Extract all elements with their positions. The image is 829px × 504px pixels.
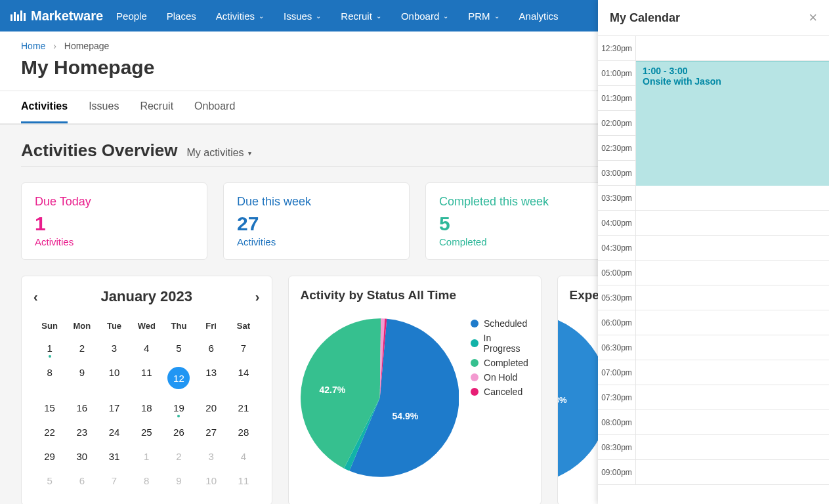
calendar-day[interactable]: 7 bbox=[227, 336, 259, 360]
calendar-day[interactable]: 24 bbox=[98, 420, 130, 444]
legend-swatch bbox=[471, 373, 478, 381]
tab-onboard[interactable]: Onboard bbox=[194, 91, 235, 123]
calendar-day[interactable]: 8 bbox=[33, 360, 66, 396]
time-slot[interactable] bbox=[636, 236, 829, 260]
nav-activities[interactable]: Activities⌄ bbox=[216, 10, 264, 22]
calendar-day[interactable]: 29 bbox=[33, 444, 66, 469]
time-label: 02:00pm bbox=[598, 111, 636, 135]
summary-card[interactable]: Due Today1Activities bbox=[21, 182, 207, 260]
calendar-day[interactable]: 7 bbox=[98, 469, 130, 493]
time-label: 07:30pm bbox=[598, 385, 636, 410]
chevron-down-icon: ⌄ bbox=[443, 12, 448, 20]
calendar-day[interactable]: 25 bbox=[131, 420, 163, 444]
tab-activities[interactable]: Activities bbox=[21, 91, 68, 123]
time-slot[interactable] bbox=[636, 460, 829, 484]
time-row[interactable]: 06:30pm bbox=[598, 335, 829, 360]
time-row[interactable]: 05:00pm bbox=[598, 261, 829, 285]
time-row[interactable]: 03:30pm bbox=[598, 186, 829, 211]
calendar-day[interactable]: 9 bbox=[163, 469, 195, 493]
calendar-day[interactable]: 2 bbox=[66, 336, 98, 360]
calendar-day[interactable]: 28 bbox=[227, 420, 259, 444]
calendar-day[interactable]: 6 bbox=[195, 336, 227, 360]
time-row[interactable]: 08:00pm bbox=[598, 410, 829, 435]
calendar-day[interactable]: 5 bbox=[33, 469, 66, 493]
summary-card[interactable]: Completed this week5Completed bbox=[425, 182, 612, 260]
close-icon[interactable]: × bbox=[809, 9, 817, 26]
calendar-day[interactable]: 9 bbox=[66, 360, 98, 396]
calendar-day[interactable]: 6 bbox=[66, 469, 98, 493]
calendar-day[interactable]: 10 bbox=[195, 469, 227, 493]
calendar-next-button[interactable]: › bbox=[255, 289, 260, 304]
nav-prm[interactable]: PRM⌄ bbox=[468, 10, 499, 22]
breadcrumb-home[interactable]: Home bbox=[21, 41, 45, 51]
time-row[interactable]: 09:00pm bbox=[598, 460, 829, 485]
time-row[interactable]: 12:30pm bbox=[598, 36, 829, 61]
calendar-day[interactable]: 2 bbox=[163, 444, 195, 469]
time-slot[interactable] bbox=[636, 410, 829, 434]
calendar-day[interactable]: 21 bbox=[227, 396, 259, 420]
nav-people[interactable]: People bbox=[116, 10, 147, 22]
calendar-day[interactable]: 16 bbox=[66, 396, 98, 420]
calendar-day[interactable]: 5 bbox=[163, 336, 195, 360]
calendar-day[interactable]: 19 bbox=[163, 396, 195, 420]
calendar-day[interactable]: 14 bbox=[227, 360, 259, 396]
time-slot[interactable] bbox=[636, 385, 829, 410]
calendar-day[interactable]: 27 bbox=[195, 420, 227, 444]
time-row[interactable]: 04:30pm bbox=[598, 236, 829, 261]
tab-issues[interactable]: Issues bbox=[89, 91, 119, 123]
time-slot[interactable] bbox=[636, 435, 829, 459]
time-slot[interactable] bbox=[636, 310, 829, 335]
calendar-day[interactable]: 18 bbox=[131, 396, 163, 420]
calendar-day[interactable]: 13 bbox=[195, 360, 227, 396]
calendar-day[interactable]: 31 bbox=[98, 444, 130, 469]
chevron-down-icon: ⌄ bbox=[376, 12, 381, 20]
time-slot[interactable] bbox=[636, 285, 829, 310]
summary-card[interactable]: Due this week27Activities bbox=[223, 182, 410, 260]
time-slot[interactable] bbox=[636, 186, 829, 210]
calendar-event[interactable]: 1:00 - 3:00Onsite with Jason bbox=[636, 61, 829, 186]
time-slot[interactable] bbox=[636, 211, 829, 235]
time-row[interactable]: 07:30pm bbox=[598, 385, 829, 410]
calendar-day[interactable]: 15 bbox=[33, 396, 66, 420]
calendar-day[interactable]: 4 bbox=[227, 444, 259, 469]
time-row[interactable]: 06:00pm bbox=[598, 310, 829, 335]
nav-places[interactable]: Places bbox=[167, 10, 196, 22]
overview-filter-dropdown[interactable]: My activities ▾ bbox=[186, 147, 251, 159]
time-slot[interactable] bbox=[636, 36, 829, 60]
calendar-day[interactable]: 4 bbox=[131, 336, 163, 360]
calendar-day[interactable]: 10 bbox=[98, 360, 130, 396]
logo-icon bbox=[11, 10, 26, 21]
legend-swatch bbox=[471, 359, 478, 367]
time-slot[interactable] bbox=[636, 261, 829, 285]
nav-onboard[interactable]: Onboard⌄ bbox=[401, 10, 448, 22]
calendar-day[interactable]: 23 bbox=[66, 420, 98, 444]
calendar-day[interactable]: 11 bbox=[131, 360, 163, 396]
time-row[interactable]: 08:30pm bbox=[598, 435, 829, 460]
time-row[interactable]: 07:00pm bbox=[598, 360, 829, 385]
calendar-day[interactable]: 26 bbox=[163, 420, 195, 444]
activity-status-pie: 54.9% 42.7% bbox=[301, 316, 459, 480]
nav-analytics[interactable]: Analytics bbox=[519, 10, 559, 22]
calendar-prev-button[interactable]: ‹ bbox=[33, 289, 38, 304]
time-label: 01:00pm bbox=[598, 61, 636, 85]
time-row[interactable]: 04:00pm bbox=[598, 211, 829, 236]
time-row[interactable]: 05:30pm bbox=[598, 285, 829, 310]
calendar-day[interactable]: 1 bbox=[131, 444, 163, 469]
nav-recruit[interactable]: Recruit⌄ bbox=[341, 10, 381, 22]
calendar-day[interactable]: 17 bbox=[98, 396, 130, 420]
calendar-day[interactable]: 3 bbox=[98, 336, 130, 360]
nav-issues[interactable]: Issues⌄ bbox=[284, 10, 321, 22]
calendar-day[interactable]: 12 bbox=[163, 360, 195, 396]
calendar-day[interactable]: 11 bbox=[227, 469, 259, 493]
calendar-day[interactable]: 1 bbox=[33, 336, 66, 360]
time-slot[interactable] bbox=[636, 360, 829, 385]
calendar-day[interactable]: 3 bbox=[195, 444, 227, 469]
time-slot[interactable] bbox=[636, 335, 829, 360]
time-label: 03:30pm bbox=[598, 186, 636, 210]
calendar-day[interactable]: 20 bbox=[195, 396, 227, 420]
calendar-day[interactable]: 8 bbox=[131, 469, 163, 493]
calendar-day[interactable]: 30 bbox=[66, 444, 98, 469]
tab-recruit[interactable]: Recruit bbox=[140, 91, 173, 123]
legend-item: In Progress bbox=[471, 333, 528, 354]
calendar-day[interactable]: 22 bbox=[33, 420, 66, 444]
